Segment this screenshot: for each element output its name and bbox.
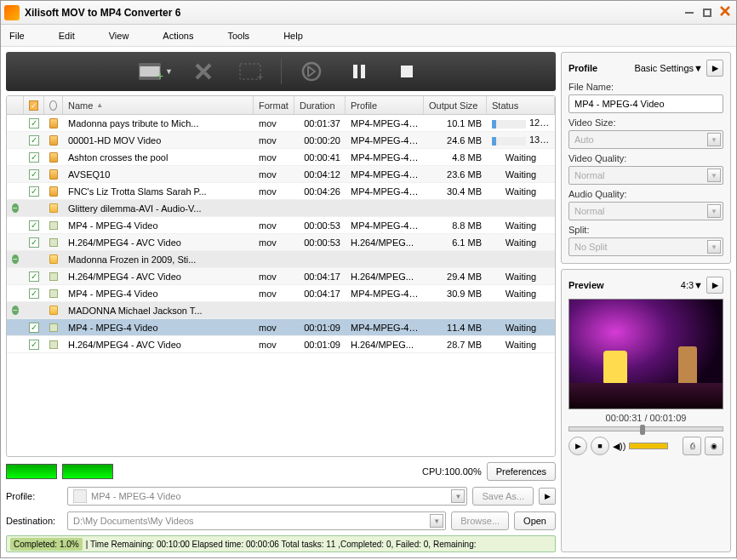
volume-slider[interactable] [629, 443, 668, 449]
video-quality-select[interactable]: Normal▼ [568, 166, 723, 185]
row-status: Waiting [487, 169, 555, 180]
preferences-button[interactable]: Preferences [487, 462, 556, 481]
pause-button[interactable] [341, 56, 377, 87]
add-file-button[interactable]: + ▼ [138, 56, 174, 87]
clip-button[interactable]: + [233, 56, 269, 87]
collapse-icon[interactable]: − [12, 306, 19, 315]
row-format: mov [254, 340, 294, 350]
profile-combo[interactable]: MP4 - MPEG-4 Video ▼ [67, 487, 467, 506]
table-row[interactable]: ✓MP4 - MPEG-4 Videomov00:01:09MP4-MPEG-4… [7, 319, 555, 336]
seek-thumb[interactable] [640, 425, 645, 435]
profile-panel-next[interactable]: ▶ [706, 60, 723, 77]
destination-combo[interactable]: D:\My Documents\My Videos ▼ [67, 511, 446, 530]
group-row[interactable]: −MADONNA Michael Jackson T... [7, 302, 555, 319]
row-checkbox[interactable]: ✓ [29, 118, 39, 129]
profile-icon [49, 221, 58, 230]
close-button[interactable] [717, 5, 733, 20]
group-row[interactable]: −Glittery dilemma-AVI - Audio-V... [7, 200, 555, 217]
aspect-ratio-button[interactable]: 4:3▼ [681, 280, 703, 290]
table-row[interactable]: ✓Madonna pays tribute to Mich...mov00:01… [7, 115, 555, 132]
app-logo [4, 5, 20, 20]
seek-slider[interactable] [568, 426, 723, 431]
open-button[interactable]: Open [514, 511, 556, 530]
row-format: mov [254, 118, 294, 129]
split-select[interactable]: No Split▼ [568, 237, 723, 256]
profile-icon [49, 323, 58, 332]
row-duration: 00:01:09 [294, 323, 346, 333]
play-button[interactable]: ▶ [568, 437, 587, 455]
collapse-icon[interactable]: − [12, 254, 19, 264]
row-status: 13.0% [487, 134, 555, 145]
group-row[interactable]: −Madonna Frozen in 2009, Sti... [7, 251, 555, 268]
row-checkbox[interactable]: ✓ [29, 152, 39, 163]
convert-button[interactable] [294, 56, 329, 87]
export-button[interactable]: ⎙ [683, 437, 701, 455]
separator [281, 59, 282, 84]
table-row[interactable]: ✓FNC's Liz Trotta Slams Sarah P...mov00:… [7, 183, 555, 200]
maximize-button[interactable] [700, 5, 715, 20]
row-checkbox[interactable]: ✓ [29, 271, 39, 282]
snapshot-button[interactable]: ◉ [705, 437, 723, 455]
col-profile[interactable]: Profile [346, 96, 424, 114]
menu-tools[interactable]: Tools [227, 31, 249, 41]
chevron-down-icon: ▼ [707, 240, 721, 254]
minimize-button[interactable] [682, 5, 697, 20]
collapse-icon[interactable]: − [12, 203, 19, 213]
table-row[interactable]: ✓00001-HD MOV Videomov00:00:20MP4-MPEG-4… [7, 132, 555, 149]
file-grid: ✓ Name▲ Format Duration Profile Output S… [6, 95, 556, 457]
col-name[interactable]: Name▲ [63, 96, 254, 114]
menu-view[interactable]: View [109, 31, 129, 41]
row-checkbox[interactable]: ✓ [29, 186, 39, 197]
preview-video[interactable] [568, 299, 723, 409]
profile-next-button[interactable]: ▶ [539, 488, 556, 505]
destination-row: Destination: D:\My Documents\My Videos ▼… [6, 511, 556, 531]
col-output-size[interactable]: Output Size [424, 96, 487, 114]
col-format[interactable]: Format [254, 96, 294, 114]
row-checkbox[interactable]: ✓ [29, 237, 39, 248]
row-checkbox[interactable]: ✓ [29, 169, 39, 180]
basic-settings-link[interactable]: Basic Settings▼ [634, 63, 703, 73]
menu-file[interactable]: File [9, 31, 25, 41]
table-row[interactable]: ✓MP4 - MPEG-4 Videomov00:04:17MP4-MPEG-4… [7, 285, 555, 302]
row-format: mov [254, 220, 294, 231]
table-row[interactable]: ✓H.264/MPEG4 - AVC Videomov00:00:53H.264… [7, 234, 555, 251]
table-row[interactable]: ✓H.264/MPEG4 - AVC Videomov00:01:09H.264… [7, 336, 555, 353]
row-duration: 00:01:37 [294, 118, 346, 129]
table-row[interactable]: ✓H.264/MPEG4 - AVC Videomov00:04:17H.264… [7, 268, 555, 285]
menu-actions[interactable]: Actions [163, 31, 193, 41]
row-checkbox[interactable]: ✓ [29, 289, 39, 299]
svg-rect-7 [353, 65, 357, 78]
row-checkbox[interactable]: ✓ [29, 323, 39, 333]
row-checkbox[interactable]: ✓ [29, 135, 39, 146]
minimize-icon [685, 12, 694, 14]
chevron-down-icon: ▼ [707, 204, 721, 218]
browse-button[interactable]: Browse... [451, 511, 509, 530]
table-row[interactable]: ✓MP4 - MPEG-4 Videomov00:00:53MP4-MPEG-4… [7, 217, 555, 234]
pause-icon [350, 62, 368, 81]
row-profile: MP4-MPEG-4 ... [346, 118, 424, 129]
file-name-input[interactable]: MP4 - MPEG-4 Video [568, 94, 723, 113]
menu-help[interactable]: Help [283, 31, 303, 41]
preview-next-button[interactable]: ▶ [706, 277, 723, 294]
col-status[interactable]: Status [487, 96, 555, 114]
col-duration[interactable]: Duration [294, 96, 346, 114]
check-all[interactable]: ✓ [29, 100, 38, 111]
stop-button[interactable] [389, 56, 425, 87]
row-duration: 00:04:12 [294, 169, 346, 180]
preview-stop-button[interactable]: ■ [591, 437, 609, 455]
save-as-button[interactable]: Save As... [472, 487, 534, 506]
titlebar: Xilisoft MOV to MP4 Converter 6 [1, 1, 736, 25]
row-status: Waiting [487, 289, 555, 299]
row-size: 8.8 MB [424, 220, 487, 231]
row-checkbox[interactable]: ✓ [29, 220, 39, 231]
table-row[interactable]: ✓Ashton crosses the poolmov00:00:41MP4-M… [7, 149, 555, 166]
video-size-select[interactable]: Auto▼ [568, 130, 723, 149]
remove-button[interactable] [186, 56, 221, 87]
row-checkbox[interactable]: ✓ [29, 340, 39, 350]
convert-icon [300, 60, 323, 83]
menu-edit[interactable]: Edit [59, 31, 75, 41]
svg-rect-9 [401, 66, 413, 77]
row-size: 6.1 MB [424, 237, 487, 248]
audio-quality-select[interactable]: Normal▼ [568, 202, 723, 220]
table-row[interactable]: ✓AVSEQ10mov00:04:12MP4-MPEG-4 ...23.6 MB… [7, 166, 555, 183]
